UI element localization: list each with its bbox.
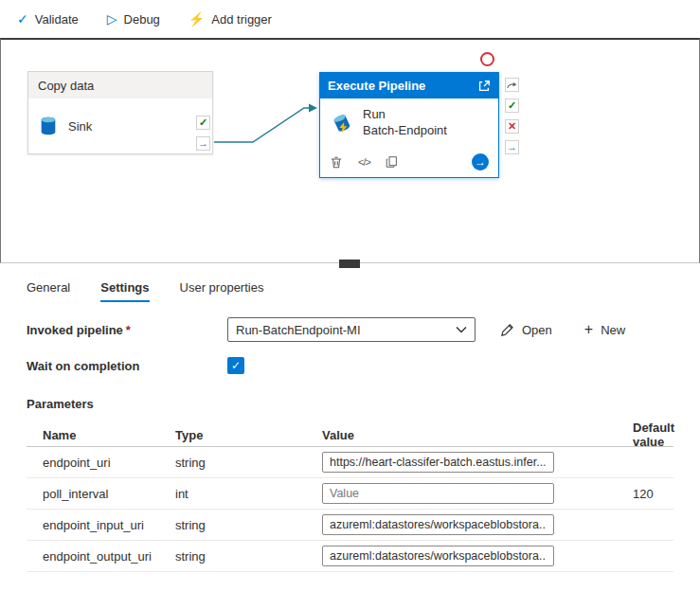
copy-data-title: Copy data <box>28 72 212 98</box>
header-default: Default value <box>606 421 674 449</box>
table-row: endpoint_output_uri string <box>27 541 673 572</box>
clone-activity-icon[interactable] <box>386 155 398 169</box>
chevron-down-icon <box>456 326 467 333</box>
table-row: endpoint_uri string <box>27 447 673 478</box>
validate-button[interactable]: ✓ Validate <box>17 12 79 27</box>
debug-label: Debug <box>124 12 160 27</box>
activity-name-line2: Batch-Endpoint <box>363 123 447 139</box>
wait-on-completion-label: Wait on completion <box>27 359 227 373</box>
arrow-right-icon: → <box>475 155 486 169</box>
execute-pipeline-ports: ✓ ✕ → <box>505 78 519 154</box>
add-next-activity-button[interactable]: → <box>472 153 489 170</box>
curved-arrow-icon <box>507 81 518 90</box>
invoked-pipeline-dropdown[interactable]: Run-BatchEndpoint-MI <box>227 317 476 342</box>
param-type: string <box>175 456 322 470</box>
config-tabs: General Settings User properties <box>0 271 700 302</box>
copy-data-activity-node[interactable]: Copy data Sink ✓ → <box>27 71 213 154</box>
param-type: int <box>175 487 322 501</box>
param-type: string <box>175 549 322 564</box>
pencil-icon <box>500 323 514 337</box>
param-name: endpoint_uri <box>27 456 175 470</box>
tab-settings[interactable]: Settings <box>100 280 149 302</box>
param-default: 120 <box>606 487 673 501</box>
parameters-table-header: Name Type Value Default value <box>27 421 673 447</box>
cross-icon: ✕ <box>508 121 516 132</box>
tab-user-properties[interactable]: User properties <box>180 280 264 302</box>
activity-name-line1: Run <box>363 107 447 123</box>
pipeline-canvas[interactable]: Copy data Sink ✓ → Execute Pipeline <box>0 38 700 263</box>
validate-label: Validate <box>35 12 79 27</box>
table-row: endpoint_input_uri string <box>27 510 673 541</box>
skip-port[interactable] <box>505 78 519 92</box>
panel-resize-handle[interactable] <box>339 260 360 268</box>
wait-on-completion-checkbox[interactable]: ✓ <box>227 357 244 374</box>
header-type: Type <box>175 428 322 442</box>
param-type: string <box>175 518 322 532</box>
param-value-input[interactable] <box>322 514 554 535</box>
debug-play-icon: ▷ <box>107 12 117 26</box>
new-label: New <box>601 323 625 337</box>
copy-output-port[interactable]: → <box>196 136 210 151</box>
activity-config-panel: General Settings User properties Invoked… <box>0 271 700 591</box>
parameters-heading: Parameters <box>27 397 700 411</box>
open-pipeline-icon[interactable] <box>477 80 491 93</box>
tab-general[interactable]: General <box>27 280 70 302</box>
sink-label: Sink <box>68 119 92 134</box>
param-value-input[interactable] <box>322 452 554 473</box>
open-pipeline-button[interactable]: Open <box>500 323 552 337</box>
plus-icon: + <box>584 322 593 337</box>
validate-check-icon: ✓ <box>17 12 28 26</box>
header-value: Value <box>322 428 606 442</box>
sink-database-icon <box>38 116 59 136</box>
execute-pipeline-activity-node[interactable]: Execute Pipeline Run Batch-Endpoint <box>319 72 499 178</box>
failure-port[interactable]: ✕ <box>505 119 519 134</box>
debug-button[interactable]: ▷ Debug <box>107 12 160 27</box>
check-icon: ✓ <box>199 117 207 128</box>
breakpoint-circle-icon[interactable] <box>480 52 494 66</box>
arrow-right-icon: → <box>507 142 517 152</box>
header-name: Name <box>27 428 175 442</box>
invoked-pipeline-label: Invoked pipeline* <box>27 323 227 337</box>
param-value-input[interactable] <box>322 546 554 566</box>
completion-port[interactable]: → <box>505 140 519 154</box>
copy-success-port[interactable]: ✓ <box>196 116 210 130</box>
param-name: endpoint_input_uri <box>27 518 175 532</box>
table-row: poll_interval int 120 <box>27 478 673 510</box>
param-name: endpoint_output_uri <box>27 549 175 564</box>
delete-activity-icon[interactable] <box>330 155 343 170</box>
success-port[interactable]: ✓ <box>505 98 519 113</box>
new-pipeline-button[interactable]: + New <box>584 322 625 337</box>
view-code-icon[interactable]: </> <box>358 156 370 168</box>
add-trigger-label: Add trigger <box>211 12 272 27</box>
invoked-pipeline-value: Run-BatchEndpoint-MI <box>236 323 361 337</box>
param-name: poll_interval <box>27 487 175 501</box>
param-value-input[interactable] <box>322 483 554 504</box>
check-icon: ✓ <box>508 100 516 111</box>
lightning-icon: ⚡ <box>188 12 205 26</box>
parameters-table: Name Type Value Default value endpoint_u… <box>27 421 673 572</box>
required-marker: * <box>126 323 131 337</box>
pipeline-toolbar: ✓ Validate ▷ Debug ⚡ Add trigger <box>0 0 700 38</box>
execute-pipeline-title: Execute Pipeline <box>328 79 477 93</box>
check-icon: ✓ <box>231 359 241 372</box>
open-label: Open <box>522 323 552 337</box>
add-trigger-button[interactable]: ⚡ Add trigger <box>188 12 272 27</box>
run-pipeline-icon <box>330 111 354 135</box>
arrow-right-icon: → <box>198 138 208 149</box>
